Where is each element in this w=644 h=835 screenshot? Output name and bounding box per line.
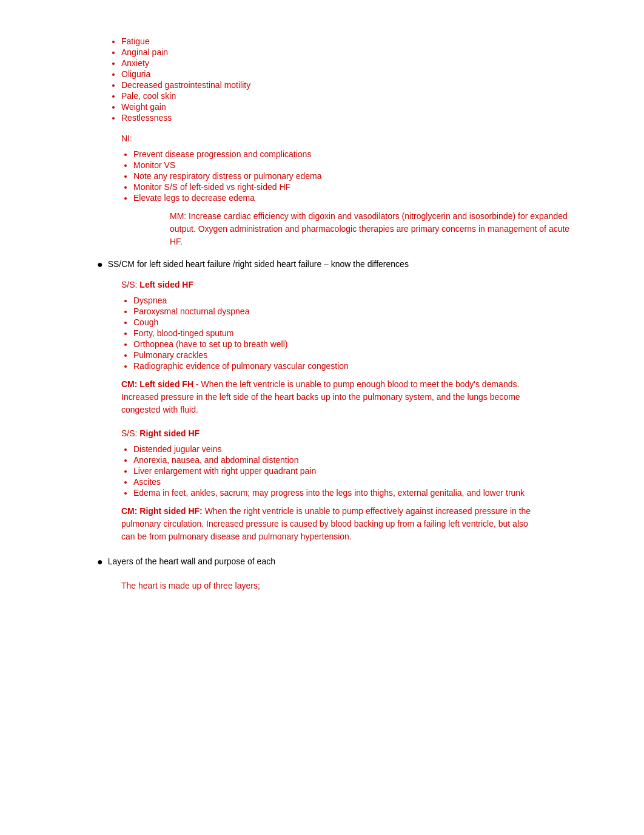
list-item: Weight gain [121, 102, 608, 112]
list-item: Elevate legs to decrease edema [133, 193, 608, 203]
right-hf-list: Distended jugular veins Anorexia, nausea… [121, 444, 608, 498]
list-item: Oliguria [121, 69, 608, 79]
list-item: Cough [133, 317, 608, 327]
list-item: Orthopnea (have to set up to breath well… [133, 339, 608, 349]
list-item: Edema in feet, ankles, sacrum; may progr… [133, 488, 608, 498]
list-item: Note any respiratory distress or pulmona… [133, 171, 608, 181]
mm-block: MM: Increase cardiac efficiency with dig… [170, 210, 582, 248]
outer-bullet-1: ● SS/CM for left sided heart failure /ri… [97, 259, 608, 270]
ni-list-section: Prevent disease progression and complica… [97, 149, 608, 248]
left-hf-section: S/S: Left sided HF Dyspnea Paroxysmal no… [97, 280, 608, 543]
list-item: Liver enlargement with right upper quadr… [133, 466, 608, 476]
cm-right-block: CM: Right sided HF: When the right ventr… [121, 505, 534, 543]
top-list: Fatigue Anginal pain Anxiety Oliguria De… [109, 36, 608, 123]
list-item: Monitor VS [133, 160, 608, 170]
list-item: Pulmonary crackles [133, 350, 608, 360]
list-item: Restlessness [121, 113, 608, 123]
list-item: Anxiety [121, 58, 608, 68]
list-item: Fatigue [121, 36, 608, 46]
cm-left-block: CM: Left sided FH - When the left ventri… [121, 378, 534, 416]
list-item: Distended jugular veins [133, 444, 608, 454]
left-hf-list: Dyspnea Paroxysmal nocturnal dyspnea Cou… [121, 296, 608, 371]
outer-bullet-2: ● Layers of the heart wall and purpose o… [97, 556, 608, 567]
list-item: Decreased gastrointestinal motility [121, 80, 608, 90]
list-item: Anorexia, nausea, and abdominal distenti… [133, 455, 608, 465]
ss-right-label: S/S: Right sided HF [121, 428, 608, 438]
ss-left-label: S/S: Left sided HF [121, 280, 608, 289]
list-item: Anginal pain [121, 47, 608, 57]
list-item: Prevent disease progression and complica… [133, 149, 608, 159]
list-item: Pale, cool skin [121, 91, 608, 101]
top-list-section: Fatigue Anginal pain Anxiety Oliguria De… [97, 36, 608, 123]
list-item: Ascites [133, 477, 608, 487]
list-item: Monitor S/S of left-sided vs right-sided… [133, 182, 608, 192]
list-item: Radiographic evidence of pulmonary vascu… [133, 361, 608, 371]
layers-section: The heart is made up of three layers; [97, 580, 608, 592]
bullet-dot-1: ● [97, 259, 103, 270]
bullet-dot-2: ● [97, 556, 103, 567]
ni-list: Prevent disease progression and complica… [121, 149, 608, 203]
list-item: Paroxysmal nocturnal dyspnea [133, 306, 608, 316]
list-item: Forty, blood-tinged sputum [133, 328, 608, 338]
list-item: Dyspnea [133, 296, 608, 305]
ni-label: NI: [121, 134, 608, 143]
